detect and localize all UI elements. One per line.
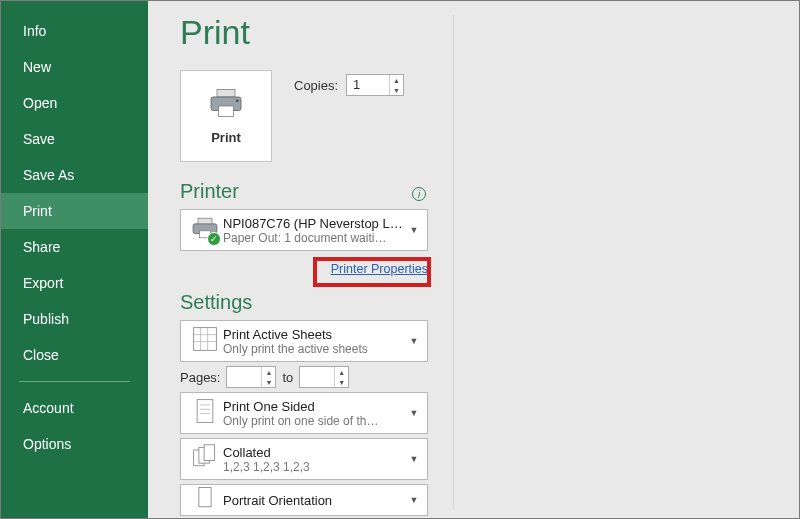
svg-point-3 — [236, 99, 239, 102]
collation-selector[interactable]: Collated 1,2,3 1,2,3 1,2,3 ▼ — [180, 438, 428, 480]
info-icon[interactable]: i — [412, 187, 426, 201]
print-what-sub: Only print the active sheets — [223, 342, 405, 356]
sides-selector[interactable]: Print One Sided Only print on one side o… — [180, 392, 428, 434]
chevron-down-icon[interactable]: ▼ — [405, 495, 423, 505]
sidebar-item-publish[interactable]: Publish — [1, 301, 148, 337]
chevron-down-icon[interactable]: ▼ — [335, 377, 348, 387]
orientation-selector[interactable]: Portrait Orientation ▼ — [180, 484, 428, 516]
chevron-up-icon[interactable]: ▲ — [262, 367, 275, 377]
preview-divider — [453, 15, 454, 510]
settings-section-title: Settings — [180, 291, 799, 314]
sidebar-item-new[interactable]: New — [1, 49, 148, 85]
spinner-arrows[interactable]: ▲ ▼ — [334, 367, 348, 387]
one-sided-icon — [191, 397, 219, 429]
svg-rect-2 — [219, 106, 234, 117]
sidebar-item-info[interactable]: Info — [1, 13, 148, 49]
printer-properties-link[interactable]: Printer Properties — [331, 262, 428, 276]
sidebar-item-close[interactable]: Close — [1, 337, 148, 373]
page-title: Print — [180, 13, 799, 52]
pages-from-spinner[interactable]: ▲ ▼ — [226, 366, 276, 388]
sidebar-item-save-as[interactable]: Save As — [1, 157, 148, 193]
pages-to-spinner[interactable]: ▲ ▼ — [299, 366, 349, 388]
chevron-down-icon[interactable]: ▼ — [390, 85, 403, 95]
collation-sub: 1,2,3 1,2,3 1,2,3 — [223, 460, 405, 474]
sides-sub: Only print on one side of th… — [223, 414, 405, 428]
printer-selector[interactable]: ✓ NPI087C76 (HP Neverstop L… Paper Out: … — [180, 209, 428, 251]
backstage-sidebar: Info New Open Save Save As Print Share E… — [1, 1, 148, 519]
svg-rect-19 — [199, 488, 211, 507]
print-panel: Print Print Copies: 1 ▲ ▼ — [148, 1, 799, 518]
chevron-down-icon[interactable]: ▼ — [405, 454, 423, 464]
settings-section-label: Settings — [180, 291, 252, 314]
print-what-selector[interactable]: Print Active Sheets Only print the activ… — [180, 320, 428, 362]
print-button[interactable]: Print — [180, 70, 272, 162]
collated-icon — [191, 443, 219, 475]
printer-name: NPI087C76 (HP Neverstop L… — [223, 216, 405, 231]
sidebar-item-share[interactable]: Share — [1, 229, 148, 265]
sidebar-item-export[interactable]: Export — [1, 265, 148, 301]
svg-rect-12 — [197, 400, 213, 423]
spinner-arrows[interactable]: ▲ ▼ — [389, 75, 403, 95]
active-sheets-icon — [191, 325, 219, 357]
orientation-icon — [191, 484, 219, 516]
copies-value: 1 — [353, 77, 360, 92]
chevron-down-icon[interactable]: ▼ — [405, 225, 423, 235]
printer-section-title: Printer — [180, 180, 799, 203]
sidebar-item-account[interactable]: Account — [1, 390, 148, 426]
status-ok-icon: ✓ — [207, 232, 221, 246]
chevron-down-icon[interactable]: ▼ — [405, 408, 423, 418]
orientation-title: Portrait Orientation — [223, 493, 405, 508]
printer-section-label: Printer — [180, 180, 239, 203]
chevron-up-icon[interactable]: ▲ — [335, 367, 348, 377]
chevron-down-icon[interactable]: ▼ — [262, 377, 275, 387]
sidebar-item-open[interactable]: Open — [1, 85, 148, 121]
sidebar-item-save[interactable]: Save — [1, 121, 148, 157]
copies-spinner[interactable]: 1 ▲ ▼ — [346, 74, 404, 96]
sides-title: Print One Sided — [223, 399, 405, 414]
svg-rect-7 — [194, 328, 217, 351]
printer-status: Paper Out: 1 document waiti… — [223, 231, 405, 245]
print-button-label: Print — [211, 130, 241, 145]
sidebar-item-options[interactable]: Options — [1, 426, 148, 462]
collation-title: Collated — [223, 445, 405, 460]
pages-to-label: to — [282, 370, 293, 385]
spinner-arrows[interactable]: ▲ ▼ — [261, 367, 275, 387]
print-what-title: Print Active Sheets — [223, 327, 405, 342]
svg-rect-18 — [204, 445, 215, 461]
copies-label: Copies: — [294, 78, 338, 93]
sidebar-divider — [19, 381, 130, 382]
chevron-down-icon[interactable]: ▼ — [405, 336, 423, 346]
svg-rect-5 — [198, 218, 212, 224]
chevron-up-icon[interactable]: ▲ — [390, 75, 403, 85]
pages-label: Pages: — [180, 370, 220, 385]
sidebar-item-print[interactable]: Print — [1, 193, 148, 229]
svg-rect-0 — [217, 89, 235, 97]
printer-icon — [207, 88, 245, 122]
